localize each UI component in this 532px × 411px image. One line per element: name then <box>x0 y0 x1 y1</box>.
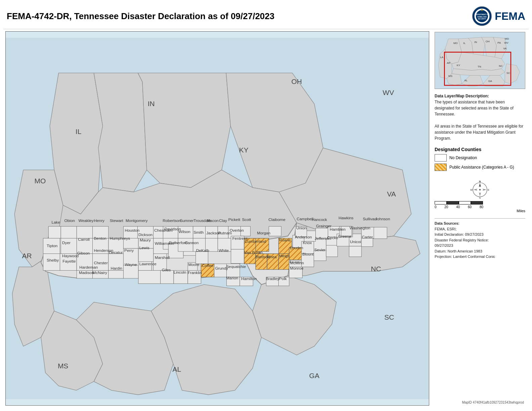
giles-label: Giles <box>162 268 171 272</box>
public-assistance-label: Public Assistance (Categories A - G) <box>449 165 514 170</box>
obion-label: Obion <box>64 218 75 223</box>
svg-text:HOMELAND: HOMELAND <box>477 16 487 18</box>
hardeman-label: Hardeman <box>79 265 98 270</box>
shelby-label: Shelby <box>47 258 59 263</box>
lincoln-label: Lincoln <box>174 270 186 275</box>
coffee-label: Coffee <box>202 263 214 268</box>
sidebar: MO IL IN OH PA MD WV VA AR KY TN NC SC M… <box>431 29 529 408</box>
henry-label: Henry <box>94 218 105 223</box>
perry-label: Perry <box>124 248 134 253</box>
wv-state-label: WV <box>383 89 394 96</box>
map-id: MapID 4740f41afb10927231543twhqprod <box>435 400 525 405</box>
vanburen-label: Van Buren <box>244 250 263 255</box>
polk-label: Polk <box>279 276 287 281</box>
cumberland-label: Cumberland <box>245 239 266 244</box>
giles-county <box>161 270 174 283</box>
legend-box: Designated Counties No Designation Publi… <box>435 147 525 173</box>
hawkins-label: Hawkins <box>339 216 354 220</box>
svg-text:N: N <box>479 180 481 183</box>
lake-county <box>48 226 61 238</box>
blount-label: Blount <box>302 252 314 257</box>
legend-title: Designated Counties <box>435 147 525 152</box>
benton-label: Benton <box>94 236 106 241</box>
gibson-label: Gibson <box>77 251 90 256</box>
humphreys-label: Humphreys <box>110 236 130 241</box>
svg-text:IN: IN <box>474 41 477 44</box>
va-state-label: VA <box>387 190 396 198</box>
svg-text:AL: AL <box>464 79 468 82</box>
johnson-label: Johnson <box>375 217 390 221</box>
marshall-label: Marshall <box>155 255 170 260</box>
svg-text:OH: OH <box>486 40 490 43</box>
franklin-label: Franklin <box>188 270 202 275</box>
title-bar: FEMA-4742-DR, Tennessee Disaster Declara… <box>3 3 529 29</box>
unicoi-county <box>349 246 361 257</box>
data-sources-label: Data Sources: <box>435 221 459 225</box>
sequatchie-label: Sequatchie <box>226 264 246 269</box>
marion-label: Marion <box>226 276 238 280</box>
scale-seg-1 <box>447 201 459 204</box>
madison-label: Madison <box>79 270 94 275</box>
grainger-label: Grainger <box>316 224 331 228</box>
knox-label: Knox <box>303 240 312 245</box>
bradley-label: Bradley <box>266 276 279 281</box>
scott-label: Scott <box>242 217 252 222</box>
fema-seal-icon: DEPARTMENT OF HOMELAND SECURITY <box>472 6 492 26</box>
no-designation-label: No Designation <box>449 155 477 160</box>
morgan-label: Morgan <box>257 231 270 235</box>
svg-text:E: E <box>488 188 489 191</box>
haywood-label: Haywood <box>62 254 79 258</box>
mcnairy-label: McNairy <box>93 270 107 275</box>
no-designation-swatch <box>435 154 447 162</box>
rhea-label: Rhea <box>267 255 277 259</box>
in-state-label: IN <box>148 100 155 107</box>
sevier-label: Sevier <box>314 247 326 252</box>
compass-box: N S E W 0 20 <box>435 180 525 213</box>
scale-box: 0 20 40 60 80 Miles <box>435 201 525 213</box>
mo-state-label: MO <box>34 177 46 185</box>
hazard-text: All areas in the State of Tennessee are … <box>435 124 523 141</box>
scott-county <box>269 226 281 236</box>
svg-text:SC: SC <box>506 72 510 75</box>
svg-text:GA: GA <box>488 80 492 83</box>
ar-state-label: AR <box>22 252 32 260</box>
dekalb-label: DeKalb <box>196 248 209 253</box>
description-label: Data Layer/Map Description: <box>435 94 489 98</box>
claiborne-label: Claiborne <box>268 217 285 222</box>
hardin-county <box>108 270 124 278</box>
greene-label: Greene <box>338 234 352 239</box>
il-state-label: IL <box>76 128 82 135</box>
ga-state-label: GA <box>309 372 319 379</box>
nc-state-label: NC <box>371 265 381 273</box>
weakley-county <box>77 226 92 238</box>
public-assistance-swatch <box>435 164 447 171</box>
tipton-label: Tipton <box>47 243 57 248</box>
monroe-label: Monroe <box>290 266 304 271</box>
scale-seg-0 <box>435 201 447 204</box>
legend-item-public-assistance: Public Assistance (Categories A - G) <box>435 164 525 171</box>
overton-label: Overton <box>230 228 244 233</box>
description-box: Data Layer/Map Description: The types of… <box>435 93 525 141</box>
svg-text:S: S <box>479 196 481 199</box>
scale-seg-3 <box>471 201 483 204</box>
roane-label: Roane <box>279 238 291 242</box>
chester-label: Chester <box>94 261 108 265</box>
scale-bar <box>435 201 525 204</box>
stewart-label: Stewart <box>110 218 124 223</box>
sullivan-label: Sullivan <box>363 217 376 221</box>
wilson-label: Wilson <box>179 229 190 234</box>
main-content: Lake Obion Weakley Henry Stewart Montgom… <box>3 29 529 408</box>
scale-unit: Miles <box>435 209 525 213</box>
weakley-label: Weakley <box>79 218 94 223</box>
svg-text:SECURITY: SECURITY <box>478 18 486 20</box>
scale-80: 80 <box>480 205 483 209</box>
fema-logo: DEPARTMENT OF HOMELAND SECURITY FEMA <box>472 6 525 26</box>
hancock-label: Hancock <box>312 217 327 222</box>
pickett-label: Pickett <box>228 217 240 222</box>
wayne-county <box>123 265 138 278</box>
svg-text:MD: MD <box>505 37 509 40</box>
scale-0: 0 <box>435 205 437 209</box>
svg-text:PA: PA <box>497 41 501 44</box>
description-text: The types of assistance that have been d… <box>435 100 514 117</box>
white-county <box>231 249 244 263</box>
